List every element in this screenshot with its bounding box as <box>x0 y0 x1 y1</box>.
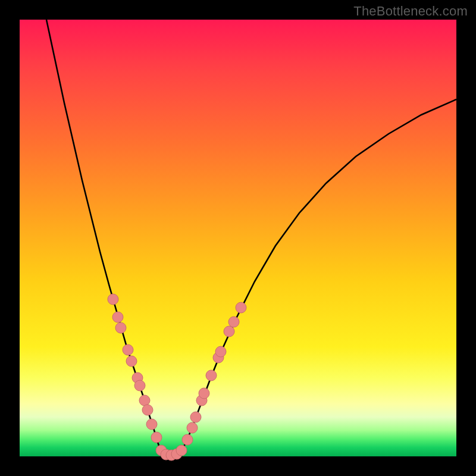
curve-marker <box>108 294 118 305</box>
bottleneck-curve-svg <box>20 20 456 456</box>
curve-marker <box>199 388 209 399</box>
curve-marker <box>190 412 201 422</box>
curve-marker <box>176 445 187 456</box>
curve-marker <box>134 380 145 391</box>
curve-marker <box>187 422 198 433</box>
curve-marker <box>126 356 137 367</box>
curve-marker <box>139 395 150 406</box>
curve-marker <box>206 370 217 381</box>
curve-marker <box>182 434 193 445</box>
chart-frame: TheBottleneck.com <box>0 0 476 476</box>
curve-marker <box>228 317 239 327</box>
curve-marker <box>236 302 246 313</box>
bottleneck-curve <box>46 20 456 456</box>
curve-markers <box>108 294 246 461</box>
curve-marker <box>142 405 153 415</box>
curve-marker <box>151 432 162 443</box>
curve-marker <box>112 312 123 322</box>
plot-area <box>20 20 456 456</box>
watermark-text: TheBottleneck.com <box>353 4 468 19</box>
curve-marker <box>215 346 226 357</box>
curve-marker <box>123 345 133 355</box>
curve-marker <box>146 419 157 430</box>
curve-marker <box>224 326 234 337</box>
curve-marker <box>115 322 126 333</box>
